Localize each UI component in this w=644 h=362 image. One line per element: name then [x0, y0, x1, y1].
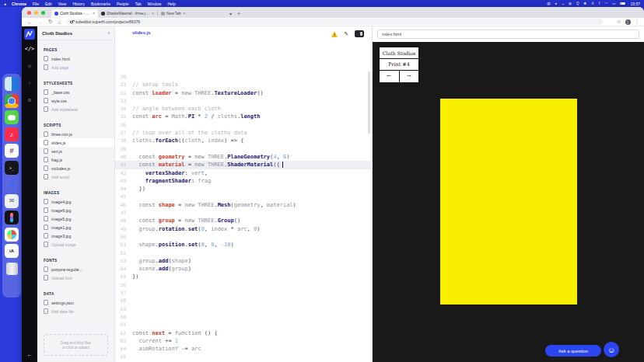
code-line[interactable]: 45 [115, 193, 372, 200]
add-item-button[interactable]: +Add script [37, 172, 114, 181]
code-line[interactable]: 52 [115, 249, 372, 257]
dock-music-icon[interactable]: ♪ [5, 127, 19, 141]
code-line[interactable]: 53 group.add(shape) [115, 257, 372, 265]
tab-close-icon[interactable]: × [152, 12, 154, 16]
code-line[interactable]: 46 const shape = new THREE.Mesh(geometry… [115, 201, 372, 209]
menubar-status-icon[interactable]: ▤ [547, 2, 550, 5]
minimize-window-button[interactable] [34, 11, 38, 15]
code-line[interactable]: 60 [115, 313, 372, 321]
menu-item-chrome[interactable]: Chrome [12, 2, 26, 6]
file-item-index-html[interactable]: index.html [37, 54, 114, 63]
code-line[interactable]: 43 fragmentShader: frag [115, 177, 372, 185]
menu-item-history[interactable]: History [72, 2, 85, 6]
menu-item-bookmarks[interactable]: Bookmarks [91, 2, 110, 6]
dock-x-icon[interactable]: × [5, 177, 19, 191]
reload-icon[interactable]: ↻ [48, 19, 52, 25]
dock-ia-icon[interactable]: iA [5, 244, 19, 258]
code-area[interactable]: 3031// setup tools32const loader = new T… [115, 73, 372, 362]
code-line[interactable]: 37// loop over all of the cloths data [115, 129, 372, 137]
settings-gear-icon[interactable]: ⚙ [28, 96, 31, 104]
menubar-status-icon[interactable]: f [599, 2, 600, 5]
code-line[interactable]: 39 [115, 145, 372, 153]
menubar-status-icon[interactable]: ✱ [583, 2, 586, 5]
dock-terminal-icon[interactable]: >_ [5, 161, 19, 175]
menubar-status-icon[interactable]: ● [555, 2, 558, 5]
file-item-image1-jpg[interactable]: image1.jpg [37, 223, 114, 231]
help-chat-icon[interactable]: ☺ [604, 342, 619, 357]
menubar-status-icon[interactable]: ◍ [569, 2, 572, 5]
menu-item-edit[interactable]: Edit [45, 2, 52, 6]
preview-address-bar[interactable]: index.html [377, 30, 639, 39]
preview-eye-icon[interactable]: ◎ [28, 62, 31, 70]
menubar-status-icon[interactable]: ◠ [604, 2, 607, 5]
browser-tab-1[interactable]: Cloth Studios - SuperHi× [51, 9, 98, 19]
layout-toggle-icon[interactable] [355, 30, 364, 37]
code-line[interactable]: 54 scene.add(group) [115, 265, 372, 273]
zoom-window-button[interactable] [41, 11, 45, 15]
file-item-slides-js[interactable]: slides.js [37, 138, 114, 147]
code-line[interactable]: 36 [115, 121, 372, 129]
warning-icon[interactable]: ! [331, 31, 338, 37]
dock-trash-icon[interactable] [6, 263, 18, 275]
code-line[interactable]: 49 group.rotation.set(0, index * arc, 0) [115, 225, 372, 233]
add-item-button[interactable]: +Add data file [37, 307, 114, 315]
menubar-status-icon[interactable]: ✆ [591, 2, 594, 5]
menu-item-view[interactable]: View [58, 2, 67, 6]
upload-icon[interactable]: ⇧ [28, 79, 31, 87]
code-line[interactable]: 48 const group = new THREE.Group() [115, 217, 372, 225]
code-line[interactable]: 51 shape.position.set(0, 0, -10) [115, 241, 372, 249]
file-item-frag-js[interactable]: frag.js [37, 155, 114, 164]
browser-tab-3[interactable]: New Tab× [158, 9, 194, 19]
file-item-image6-jpg[interactable]: image6.jpg [37, 206, 114, 214]
code-line[interactable]: 65 [115, 353, 372, 360]
file-item-includes-js[interactable]: includes.js [37, 164, 114, 172]
add-item-button[interactable]: +Add stylesheet [37, 105, 114, 113]
menu-item-tab[interactable]: Tab [135, 2, 142, 6]
next-arrow-button[interactable]: → [400, 71, 419, 82]
file-item-image3-jpg[interactable]: image3.jpg [37, 231, 114, 240]
editor-scrollbar[interactable] [368, 71, 370, 134]
menu-item-people[interactable]: People [117, 2, 129, 6]
profile-avatar[interactable]: j [625, 19, 631, 25]
new-tab-button[interactable]: + [237, 11, 240, 16]
code-line[interactable]: 30 [115, 73, 372, 81]
code-line[interactable]: 62const next = function () { [115, 329, 372, 337]
code-line[interactable]: 50 [115, 233, 372, 241]
browser-tab-2[interactable]: ShaderMaterial - three.js docs× [98, 9, 157, 19]
close-window-button[interactable] [27, 11, 31, 15]
add-item-button[interactable]: +Upload font [37, 273, 114, 282]
add-item-button[interactable]: +Upload image [37, 240, 114, 249]
file-item-image4-jpg[interactable]: image4.jpg [37, 197, 114, 206]
menu-item-help[interactable]: Help [167, 2, 175, 6]
dock-finder-icon[interactable] [5, 77, 19, 91]
browser-menu-icon[interactable]: ⋮ [635, 19, 640, 25]
code-line[interactable]: 31// setup tools [115, 81, 372, 89]
file-item-three-min-js[interactable]: three.min.js [37, 130, 114, 138]
tab-close-icon[interactable]: × [93, 12, 95, 16]
file-item-porpora-regular-[interactable]: porpora-regular... [37, 265, 114, 273]
menu-item-window[interactable]: Window [148, 2, 162, 6]
file-dropzone[interactable]: Drag and drop files or click to upload [44, 334, 108, 356]
add-item-button[interactable]: +Add page [37, 63, 114, 71]
code-line[interactable]: 63 current += 1 [115, 337, 372, 345]
code-line[interactable]: 57 [115, 289, 372, 297]
superhi-logo[interactable] [24, 29, 35, 40]
dock-slack-icon[interactable]: # [5, 144, 19, 158]
code-line[interactable]: 55}) [115, 273, 372, 280]
code-line[interactable]: 34// angle between each cloth [115, 105, 372, 113]
forward-icon[interactable]: → [38, 19, 44, 25]
menubar-status-icon[interactable]: Q [576, 2, 579, 5]
open-file-tab[interactable]: slides.js [132, 30, 151, 35]
bookmark-star-icon[interactable]: ☆ [617, 19, 621, 25]
tab-search-caret-icon[interactable]: ▾ [229, 11, 232, 16]
file-item-style-css[interactable]: style.css [37, 96, 114, 105]
tab-close-icon[interactable]: × [184, 12, 186, 16]
dock-figma-icon[interactable] [5, 211, 19, 225]
code-panel-icon[interactable]: </> [25, 45, 35, 53]
menu-item-file[interactable]: File [33, 2, 39, 6]
apple-menu-icon[interactable]: ● [4, 2, 6, 6]
code-line[interactable]: 38cloths.forEach((cloth, index) => { [115, 137, 372, 144]
code-line[interactable]: 47 [115, 209, 372, 217]
dock-chrome-icon[interactable] [5, 94, 19, 108]
menubar-status-icon[interactable]: ◒ [562, 2, 564, 5]
